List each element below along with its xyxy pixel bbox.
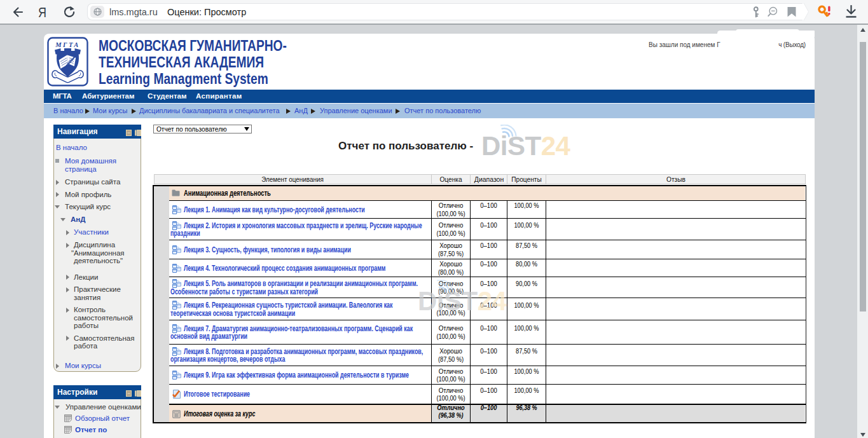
svg-text:МГТА: МГТА	[55, 41, 79, 48]
